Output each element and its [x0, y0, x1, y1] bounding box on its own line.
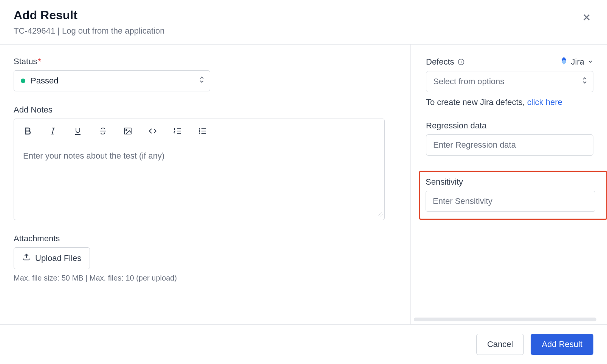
ordered-list-icon	[173, 126, 182, 137]
sensitivity-highlight: Sensitivity	[419, 171, 607, 220]
jira-icon	[560, 57, 568, 67]
italic-button[interactable]	[43, 121, 63, 142]
upload-files-button[interactable]: Upload Files	[14, 247, 90, 269]
modal-footer: Cancel Add Result	[0, 324, 607, 364]
integration-selector[interactable]: Jira	[560, 57, 593, 67]
chevron-updown-icon	[582, 76, 588, 87]
upload-label: Upload Files	[35, 253, 81, 263]
code-icon	[148, 126, 157, 137]
underline-icon	[73, 126, 82, 137]
right-column: Defects Jira Select	[410, 45, 607, 324]
create-defect-text: To create new Jira defects, click here	[426, 97, 593, 107]
modal-title: Add Result	[14, 8, 165, 22]
cancel-button[interactable]: Cancel	[476, 334, 524, 355]
bold-button[interactable]	[18, 121, 38, 142]
defects-select[interactable]: Select from options	[426, 71, 593, 92]
unordered-list-button[interactable]	[192, 121, 213, 142]
notes-editor	[14, 119, 385, 220]
regression-label: Regression data	[426, 121, 593, 131]
svg-point-1	[126, 130, 127, 131]
status-dot-icon	[21, 79, 25, 83]
image-button[interactable]	[118, 121, 138, 142]
ordered-list-button[interactable]	[167, 121, 188, 142]
editor-toolbar	[14, 119, 384, 144]
chevron-updown-icon	[199, 76, 205, 86]
underline-button[interactable]	[68, 121, 88, 142]
resize-handle-icon[interactable]	[378, 211, 383, 218]
required-indicator: *	[38, 57, 41, 66]
modal-header: Add Result TC-429641 | Log out from the …	[0, 0, 607, 45]
modal-body: Status* Passed Add Notes	[0, 45, 607, 324]
horizontal-scrollbar[interactable]	[414, 318, 596, 321]
notes-textarea[interactable]	[14, 144, 384, 218]
regression-input[interactable]	[426, 134, 593, 156]
unordered-list-icon	[198, 126, 207, 137]
strikethrough-button[interactable]	[93, 121, 113, 142]
upload-icon	[22, 253, 31, 264]
info-icon[interactable]	[457, 58, 465, 66]
close-icon	[581, 18, 592, 24]
svg-point-3	[199, 131, 200, 131]
sensitivity-input[interactable]	[426, 191, 595, 212]
italic-icon	[48, 126, 57, 137]
defects-label: Defects	[426, 57, 454, 67]
status-select[interactable]: Passed	[14, 70, 210, 91]
chevron-down-icon	[587, 57, 593, 67]
left-column: Status* Passed Add Notes	[0, 45, 410, 324]
attachments-help-text: Max. file size: 50 MB | Max. files: 10 (…	[14, 274, 397, 282]
status-value: Passed	[31, 76, 58, 86]
strikethrough-icon	[98, 126, 107, 137]
attachments-label: Attachments	[14, 234, 397, 244]
integration-name: Jira	[571, 57, 584, 67]
create-defect-link[interactable]: click here	[527, 97, 562, 107]
close-button[interactable]	[580, 11, 593, 25]
svg-point-2	[199, 128, 200, 129]
sensitivity-label: Sensitivity	[426, 177, 595, 187]
code-button[interactable]	[142, 121, 163, 142]
add-result-button[interactable]: Add Result	[531, 334, 593, 355]
image-icon	[123, 126, 132, 137]
status-label: Status*	[14, 57, 397, 66]
notes-label: Add Notes	[14, 105, 397, 115]
bold-icon	[23, 126, 33, 137]
svg-point-4	[199, 133, 200, 134]
modal-subtitle: TC-429641 | Log out from the application	[14, 26, 165, 36]
add-result-modal: Add Result TC-429641 | Log out from the …	[0, 0, 607, 364]
